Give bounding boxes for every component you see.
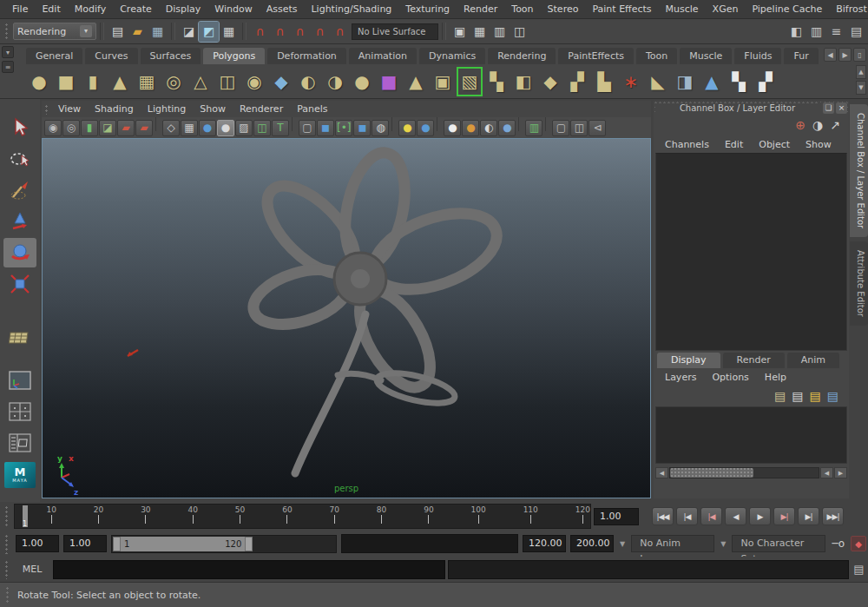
set-key-icon[interactable]: ─o — [830, 538, 846, 550]
merge-vertices-icon[interactable]: ▞ — [564, 67, 590, 96]
command-line-language-toggle[interactable]: MEL — [14, 564, 50, 575]
tab-channel-box[interactable]: Channel Box / Layer Editor — [850, 104, 868, 237]
auto-keyframe-icon[interactable]: ◆ — [851, 536, 866, 551]
boolean-icon[interactable]: ◧ — [510, 67, 536, 96]
menubar-item[interactable]: Toon — [504, 3, 540, 15]
film-gate-icon[interactable]: ▦ — [181, 120, 198, 136]
separator[interactable] — [437, 117, 441, 131]
chevron-down-icon[interactable]: ▼ — [719, 540, 727, 548]
two-pane-layout-button[interactable] — [3, 429, 36, 459]
shelf-tab[interactable]: Curves — [85, 48, 137, 64]
heads-up-display-icon[interactable]: ▥ — [525, 120, 542, 136]
step-back-frame-button[interactable]: |◀ — [700, 507, 722, 525]
select-tool-button[interactable] — [3, 113, 36, 142]
move-layer-up-icon[interactable]: ▤ — [774, 389, 786, 403]
current-frame-field[interactable]: 1.00 — [594, 508, 639, 525]
shelf-tab[interactable]: Fur — [784, 48, 818, 64]
time-slider[interactable]: 10 20 30 40 50 60 70 — [14, 504, 591, 529]
mirror-cut-icon[interactable]: ◨ — [672, 67, 698, 96]
two-sided-lighting-icon[interactable]: ◫ — [253, 120, 271, 136]
separator[interactable] — [155, 117, 160, 131]
lasso-tool-button[interactable] — [3, 144, 36, 174]
shelf-tab[interactable]: General — [26, 48, 82, 64]
save-scene-icon[interactable]: ▦ — [148, 22, 168, 42]
new-empty-layer-icon[interactable]: ▤ — [810, 389, 821, 403]
turtle-bake-icon[interactable]: ▚ — [726, 67, 752, 96]
menubar-item[interactable]: Modify — [68, 3, 113, 15]
step-forward-key-button[interactable]: ▶| — [798, 507, 819, 525]
menubar-item[interactable]: Edit — [35, 3, 67, 15]
drag-handle[interactable] — [3, 559, 10, 579]
show-manipulators-icon[interactable]: ⊕ — [795, 118, 806, 132]
camera-bookmark-icon[interactable]: ▮ — [81, 120, 98, 136]
menubar-item[interactable]: File — [5, 3, 35, 15]
layer-editor-tab[interactable]: Render — [723, 353, 785, 368]
channel-box-menu-item[interactable]: Edit — [717, 139, 751, 150]
speed-state-icon[interactable]: ◑ — [812, 118, 823, 132]
layer-list[interactable] — [655, 406, 847, 464]
go-to-start-button[interactable]: |◀◀ — [652, 507, 674, 525]
panel-menu-item[interactable]: Lighting — [141, 103, 193, 115]
poly-cone-icon[interactable]: ▲ — [107, 67, 133, 96]
select-component-icon[interactable]: ▦ — [219, 22, 239, 42]
range-slider[interactable]: 1 120 — [111, 535, 337, 553]
playback-start-field[interactable]: 1.00 — [63, 535, 107, 552]
menubar-item[interactable]: XGen — [706, 3, 746, 15]
panel-menu-item[interactable]: Show — [193, 103, 233, 115]
isolate-select-icon[interactable]: [•] — [335, 120, 352, 136]
rotate-tool-button[interactable] — [3, 238, 36, 267]
smooth-mesh-icon[interactable]: ● — [349, 67, 375, 96]
shelf-tab[interactable]: Fluids — [734, 48, 781, 64]
play-forwards-button[interactable]: ▶ — [749, 507, 771, 525]
shelf-next-icon[interactable]: ▶ — [838, 48, 852, 62]
poly-sphere-icon[interactable]: ● — [26, 67, 52, 96]
shelf-tab[interactable]: Surfaces — [141, 48, 201, 64]
step-back-key-button[interactable]: |◀ — [676, 507, 698, 525]
extract-icon[interactable]: ▚ — [483, 67, 510, 96]
poly-plane-icon[interactable]: ▦ — [134, 67, 160, 96]
scroll-left-icon[interactable]: ◀ — [820, 467, 833, 478]
quadrangulate-icon[interactable]: ▣ — [430, 67, 456, 96]
shelf-scroll-up-icon[interactable]: ▲ — [856, 65, 866, 79]
drag-handle[interactable] — [3, 533, 10, 554]
drag-handle[interactable] — [4, 585, 10, 604]
menubar-item[interactable]: Display — [159, 3, 208, 15]
separator[interactable] — [292, 117, 296, 131]
move-layer-down-icon[interactable]: ▤ — [792, 389, 803, 403]
paint-select-tool-button[interactable] — [3, 175, 36, 205]
scrollbar-thumb[interactable] — [670, 468, 753, 478]
target-weld-icon[interactable]: ▙ — [591, 67, 617, 96]
layer-editor-tab[interactable]: Display — [657, 353, 720, 368]
range-slider-track[interactable]: 1 120 — [113, 537, 253, 551]
poly-pyramid-icon[interactable]: △ — [187, 67, 214, 96]
hyperbolic-arrow-icon[interactable]: ↗ — [830, 118, 840, 132]
animation-start-field[interactable]: 1.00 — [16, 535, 59, 552]
panel-menu-item[interactable]: Renderer — [233, 103, 290, 115]
shelf-scroll-down-icon[interactable]: ▼ — [856, 81, 866, 95]
step-forward-frame-button[interactable]: ▶| — [773, 507, 795, 525]
key-light-icon[interactable]: ● — [398, 120, 416, 136]
combine-icon[interactable]: ◐ — [295, 67, 321, 96]
menu-set-dropdown[interactable]: Rendering ▾ — [13, 23, 96, 40]
pick-camera-icon[interactable]: ◉ — [44, 120, 62, 136]
channel-box-menu-item[interactable]: Show — [798, 139, 839, 150]
chevron-down-icon[interactable]: ▼ — [618, 540, 627, 548]
turtle-bake-selected-icon[interactable]: ▞ — [753, 67, 779, 96]
separator[interactable] — [391, 117, 396, 131]
smooth-proxy-icon[interactable]: ▲ — [699, 67, 725, 96]
subdiv-proxy-icon[interactable]: ◆ — [268, 67, 294, 96]
image-plane-icon[interactable]: ◪ — [99, 120, 116, 136]
range-start-handle[interactable] — [113, 537, 121, 551]
2d-pan-zoom-icon[interactable]: ▰ — [117, 120, 135, 136]
fill-light-icon[interactable]: ● — [417, 120, 434, 136]
panel-menu-item[interactable]: Panels — [290, 103, 334, 115]
scroll-left-icon[interactable]: ◀ — [655, 467, 668, 478]
ipr-render-icon[interactable]: ▥ — [490, 22, 510, 42]
channel-box-toggle-icon[interactable]: ▤ — [846, 22, 866, 42]
menubar-item[interactable]: Create — [113, 3, 159, 15]
poly-helix-icon[interactable]: ◉ — [241, 67, 267, 96]
menubar-item[interactable]: Window — [207, 3, 259, 15]
panel-menu-item[interactable]: Shading — [88, 103, 141, 115]
half-shade-icon[interactable]: ◐ — [480, 120, 497, 136]
use-default-lighting-icon[interactable]: ▢ — [299, 120, 316, 136]
